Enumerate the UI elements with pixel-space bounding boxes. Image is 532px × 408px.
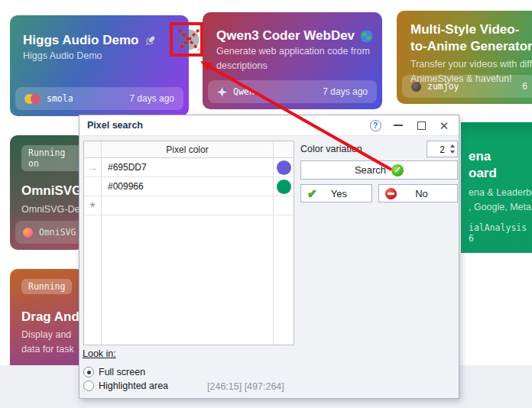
search-check-icon: ✓ <box>391 164 404 176</box>
card-title: Higgs Audio Demo <box>23 32 189 49</box>
card-owner[interactable]: Qwen <box>233 86 255 97</box>
row-arrow-icon: → <box>88 162 98 173</box>
space-card-omnisvg[interactable]: Running on OmniSVG OmniSVG-De OmniSVG <box>10 135 84 250</box>
card-title: Qwen3 Coder WebDev <box>216 28 382 44</box>
no-stop-icon <box>385 188 397 199</box>
screen: Higgs Audio Demo Higgs Audio Demo smola … <box>0 0 532 408</box>
spin-up-icon[interactable] <box>450 144 455 147</box>
card-title: Drag And <box>21 309 84 325</box>
radio-icon-selected[interactable] <box>83 367 94 377</box>
maximize-icon <box>417 121 426 130</box>
new-row-marker: * <box>84 200 101 211</box>
status-badge: Running <box>21 279 72 294</box>
table-row[interactable]: → #695DD7 <box>84 158 294 177</box>
space-card-qwen3-coder[interactable]: Qwen3 Coder WebDev Generate web applicat… <box>203 12 382 109</box>
spin-down-icon[interactable] <box>450 151 455 154</box>
avatar <box>24 94 41 104</box>
card-subtitle-line1: ena & Leaderboar <box>469 186 532 200</box>
color-variation-label: Color variation <box>300 144 362 154</box>
card-subtitle-line2: data for task <box>21 342 84 357</box>
card-subtitle-line2: , Google, Meta, +) <box>469 200 532 215</box>
card-subtitle-line1: Generate web application code from <box>216 44 382 59</box>
pixel-color-cell[interactable]: #695DD7 <box>101 162 274 173</box>
yes-button[interactable]: ✔ Yes <box>300 184 372 202</box>
avatar <box>411 82 421 92</box>
space-card-arena-leaderboard[interactable]: ena oard ena & Leaderboar , Google, Meta… <box>461 122 532 253</box>
card-title-line2: to-Anime Generator <box>410 38 532 55</box>
color-variation-value[interactable]: 2 <box>427 141 447 157</box>
card-owner[interactable]: OmniSVG <box>39 227 76 238</box>
card-title: OmniSVG <box>21 183 84 199</box>
table-row[interactable]: #009966 <box>84 177 294 196</box>
yes-button-label: Yes <box>317 188 361 199</box>
pixel-color-table[interactable]: Pixel color → #695DD7 #009966 * <box>83 141 294 345</box>
avatar <box>23 228 33 238</box>
card-subtitle: OmniSVG-De <box>21 202 84 217</box>
status-badge: Running on <box>21 145 84 171</box>
card-footer: smola 7 days ago <box>15 87 183 110</box>
no-button-label: No <box>397 188 446 199</box>
color-variation-spinner[interactable]: 2 <box>427 141 458 157</box>
card-updated: 7 days ago <box>129 93 174 104</box>
new-row-icon: * <box>90 200 96 215</box>
color-swatch <box>277 180 291 194</box>
yes-check-icon: ✔ <box>307 186 317 200</box>
card-updated: 6 <box>522 81 527 92</box>
search-button[interactable]: Search ✓ <box>300 160 458 180</box>
card-footer: zumjoy 6 <box>402 75 532 98</box>
microphone-icon <box>144 34 157 47</box>
minimize-icon <box>394 125 403 126</box>
space-card-drag-and[interactable]: Running Drag And Display and data for ta… <box>10 269 84 376</box>
dialog-titlebar[interactable]: Pixel search ? ✕ <box>79 115 459 136</box>
table-header: Pixel color <box>84 141 294 158</box>
current-row-marker: → <box>84 162 101 173</box>
card-footer: OmniSVG <box>15 221 84 244</box>
pixel-color-cell[interactable]: #009966 <box>101 181 274 192</box>
card-subtitle-line1: Display and <box>21 328 84 342</box>
qwen-logo-icon <box>217 87 227 97</box>
highlighted-area-label: Highlighted area <box>99 380 168 391</box>
card-footer-text: ialAnalysis 6 <box>469 222 532 244</box>
minimize-button[interactable] <box>391 118 405 132</box>
highlighted-area-coordinates: [246:15] [497:264] <box>207 381 284 392</box>
radio-icon-unselected[interactable] <box>83 380 94 391</box>
spinner-arrows[interactable] <box>447 141 457 157</box>
space-card-video-to-anime[interactable]: Multi-Style Video- to-Anime Generator Tr… <box>397 11 532 104</box>
card-subtitle-line2: descriptions <box>216 59 382 73</box>
space-card-higgs-audio[interactable]: Higgs Audio Demo Higgs Audio Demo smola … <box>10 15 189 116</box>
color-swatch <box>277 160 291 175</box>
no-button[interactable]: No <box>378 184 458 202</box>
swatch-cell <box>274 160 294 175</box>
table-row-new[interactable]: * <box>84 196 294 215</box>
card-footer: Qwen 7 days ago <box>208 80 377 103</box>
dialog-title: Pixel search <box>87 120 359 131</box>
globe-icon <box>360 30 373 43</box>
help-icon: ? <box>370 120 381 131</box>
swatch-cell <box>274 180 294 194</box>
close-button[interactable]: ✕ <box>437 118 451 132</box>
close-icon: ✕ <box>440 120 449 131</box>
search-button-label: Search <box>355 164 386 176</box>
card-subtitle: Higgs Audio Demo <box>23 49 189 63</box>
column-header-pixel-color: Pixel color <box>101 141 274 158</box>
card-title-line1: ena <box>469 148 532 165</box>
look-in-label: Look in: <box>83 348 116 359</box>
card-owner[interactable]: zumjoy <box>427 81 459 92</box>
full-screen-label: Full screen <box>99 367 145 377</box>
radio-full-screen[interactable]: Full screen <box>83 366 145 378</box>
maximize-button[interactable] <box>414 118 428 132</box>
card-owner[interactable]: smola <box>47 93 73 104</box>
card-title-line2: oard <box>469 165 532 182</box>
help-button[interactable]: ? <box>368 118 382 132</box>
radio-highlighted-area[interactable]: Highlighted area <box>83 380 168 392</box>
card-updated: 7 days ago <box>323 86 368 97</box>
card-title-line1: Multi-Style Video- <box>410 21 532 38</box>
pixel-search-dialog: Pixel search ? ✕ Pixel color → #695DD7 <box>79 115 459 399</box>
card-subtitle-line1: Transfer your videos with diff <box>410 57 532 72</box>
